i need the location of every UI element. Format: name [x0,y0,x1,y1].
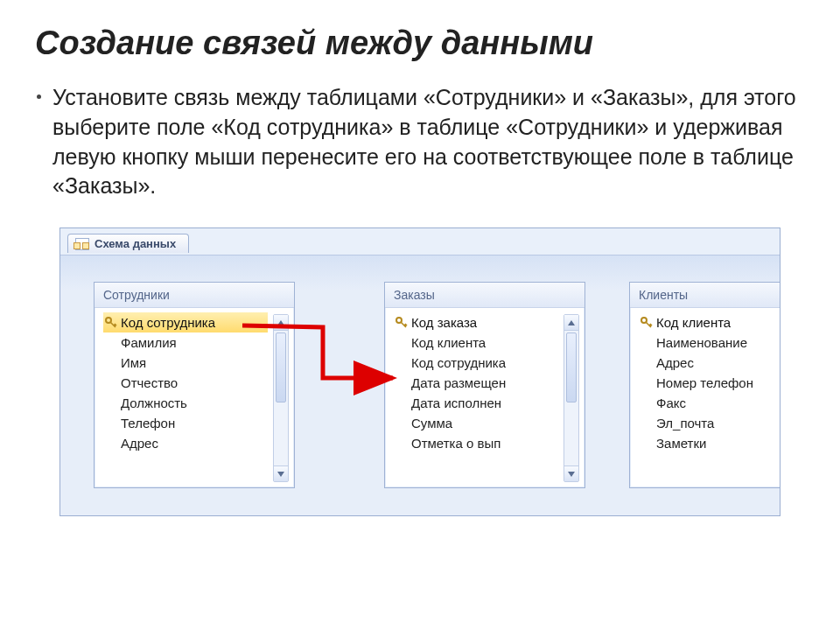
table-clients[interactable]: Клиенты Код клиента Наименование Адрес Н… [629,282,780,488]
field-label: Сумма [411,416,452,430]
scrollbar[interactable] [273,314,289,482]
field-label: Отчество [121,375,178,390]
table-row[interactable]: Адрес [103,433,268,453]
field-label: Дата размещен [411,375,506,390]
table-row[interactable]: Заметки [639,433,780,453]
table-row[interactable]: Факс [639,393,780,413]
table-row[interactable]: Фамилия [103,332,268,353]
tab-label: Схема данных [94,237,176,250]
scroll-down-icon[interactable] [274,466,288,481]
table-row[interactable]: Имя [103,353,268,373]
primary-key-icon [105,317,117,329]
field-label: Отметка о вып [411,436,500,451]
field-label: Телефон [121,416,175,430]
field-label: Код клиента [656,315,731,330]
table-employees-title: Сотрудники [94,283,294,308]
table-employees[interactable]: Сотрудники Код сотрудника Фамилия Имя От… [94,282,295,488]
bullet-icon [37,94,41,99]
scroll-down-icon[interactable] [564,466,578,481]
table-orders-fields: Код заказа Код клиента Код сотрудника Да… [394,312,558,487]
table-row[interactable]: Номер телефон [639,373,780,393]
field-label: Дата исполнен [411,396,501,410]
table-row[interactable]: Дата исполнен [394,393,558,413]
field-label: Имя [121,355,146,370]
field-label: Заметки [656,436,706,451]
table-row[interactable]: Телефон [103,413,268,433]
table-clients-fields: Код клиента Наименование Адрес Номер тел… [639,312,780,487]
field-label: Номер телефон [656,375,753,390]
field-label: Должность [121,396,187,410]
relationships-canvas[interactable]: Сотрудники Код сотрудника Фамилия Имя От… [60,255,780,515]
access-relationships-window: Схема данных Сотрудники Код сотрудника Ф… [60,228,780,516]
scroll-up-icon[interactable] [564,315,578,331]
instruction-text: Установите связь между таблицами «Сотруд… [52,85,796,198]
relationships-icon [75,238,89,250]
scroll-up-icon[interactable] [274,315,288,331]
field-order-id[interactable]: Код заказа [394,312,558,332]
table-row[interactable]: Дата размещен [394,373,558,393]
field-label: Фамилия [121,335,177,350]
scroll-thumb[interactable] [276,332,286,402]
tab-schema[interactable]: Схема данных [67,234,189,253]
field-label: Адрес [121,436,158,451]
instruction-paragraph: Установите связь между таблицами «Сотруд… [52,83,805,201]
field-label: Код заказа [411,315,477,330]
table-row[interactable]: Код сотрудника [394,353,558,373]
table-row[interactable]: Код клиента [394,332,558,353]
field-employee-id[interactable]: Код сотрудника [103,312,268,332]
field-label: Наименование [656,335,747,350]
table-row[interactable]: Эл_почта [639,413,780,433]
field-client-id[interactable]: Код клиента [639,312,780,332]
table-row[interactable]: Отметка о вып [394,433,558,453]
field-label: Код клиента [411,335,486,350]
table-row[interactable]: Должность [103,393,268,413]
page-title: Создание связей между данными [35,24,805,62]
table-clients-title: Клиенты [630,283,780,308]
table-employees-fields: Код сотрудника Фамилия Имя Отчество Долж… [103,312,268,487]
primary-key-icon [396,317,408,329]
table-orders[interactable]: Заказы Код заказа Код клиента Код сотруд… [384,282,585,488]
table-row[interactable]: Отчество [103,373,268,393]
field-label: Эл_почта [656,416,714,430]
table-row[interactable]: Наименование [639,332,780,353]
scroll-thumb[interactable] [566,332,577,402]
table-row[interactable]: Сумма [394,413,558,433]
scrollbar[interactable] [564,314,579,482]
field-label: Адрес [656,355,694,370]
field-label: Код сотрудника [121,315,215,330]
slide: Создание связей между данными Установите… [0,0,840,516]
table-row[interactable]: Адрес [639,353,780,373]
table-orders-title: Заказы [385,283,584,308]
primary-key-icon [640,317,653,329]
field-label: Факс [656,396,686,410]
field-label: Код сотрудника [411,355,506,370]
